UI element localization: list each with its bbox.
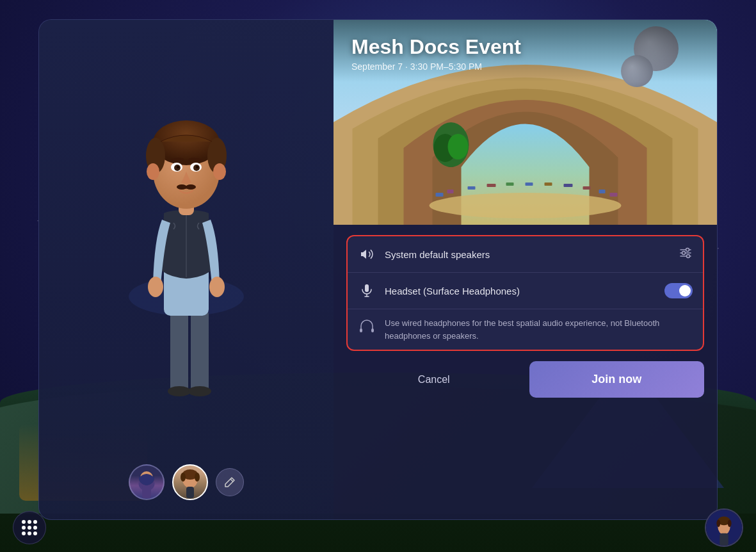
svg-point-52 — [687, 254, 690, 257]
avatar-panel — [39, 20, 334, 519]
svg-rect-34 — [468, 186, 476, 190]
svg-point-31 — [430, 193, 622, 218]
svg-point-18 — [196, 166, 198, 168]
speaker-icon — [358, 245, 376, 263]
dot — [22, 532, 26, 535]
avatar-toolbar — [129, 451, 244, 519]
svg-rect-40 — [583, 186, 591, 190]
svg-point-46 — [448, 134, 469, 159]
dots-grid-icon — [22, 520, 37, 535]
dot — [33, 526, 37, 530]
event-title-area: Mesh Docs Event September 7 · 3:30 PM–5:… — [334, 20, 717, 82]
svg-rect-1 — [170, 309, 188, 393]
svg-point-51 — [682, 251, 686, 254]
dot — [22, 520, 26, 524]
speaker-row: System default speakers — [348, 236, 703, 272]
svg-point-21 — [147, 163, 159, 180]
dots-menu-button[interactable] — [13, 511, 46, 544]
join-button[interactable]: Join now — [529, 361, 705, 398]
svg-point-6 — [148, 277, 163, 297]
svg-rect-57 — [371, 329, 374, 332]
svg-point-28 — [181, 473, 186, 482]
svg-point-50 — [686, 248, 689, 251]
svg-point-20 — [186, 184, 196, 190]
edit-avatar-button[interactable] — [216, 468, 244, 496]
spatial-audio-text: Use wired headphones for the best spatia… — [385, 317, 693, 342]
event-title: Mesh Docs Event — [351, 35, 699, 59]
audio-settings-card: System default speakers — [346, 235, 704, 351]
svg-point-7 — [209, 277, 225, 297]
audio-settings-button[interactable] — [679, 246, 693, 263]
action-buttons: Cancel Join now — [346, 359, 704, 403]
svg-rect-33 — [447, 190, 454, 193]
svg-point-22 — [213, 163, 226, 180]
user-avatar-bottom-right[interactable] — [705, 508, 743, 547]
svg-rect-53 — [365, 284, 369, 292]
svg-rect-37 — [526, 183, 533, 186]
dot — [22, 526, 26, 530]
right-panel: Mesh Docs Event September 7 · 3:30 PM–5:… — [334, 20, 717, 519]
headset-row: Headset (Surface Headphones) — [348, 272, 703, 309]
dot — [28, 526, 31, 530]
headset-label: Headset (Surface Headphones) — [385, 286, 655, 296]
cancel-button[interactable]: Cancel — [346, 361, 522, 398]
svg-rect-25 — [142, 485, 151, 498]
microphone-icon — [358, 282, 376, 300]
dot — [33, 532, 37, 535]
svg-rect-39 — [564, 184, 573, 187]
avatar-option-1[interactable] — [129, 464, 165, 500]
svg-rect-36 — [506, 183, 514, 186]
spatial-audio-icon — [358, 317, 376, 335]
svg-rect-41 — [599, 190, 606, 193]
avatar-display-area — [97, 20, 276, 451]
svg-rect-30 — [186, 487, 194, 498]
svg-point-17 — [177, 166, 179, 168]
avatar-option-2[interactable] — [172, 464, 208, 500]
event-image: Mesh Docs Event September 7 · 3:30 PM–5:… — [334, 20, 717, 225]
svg-point-3 — [168, 386, 191, 396]
svg-point-61 — [716, 519, 720, 527]
spatial-audio-row: Use wired headphones for the best spatia… — [348, 309, 703, 350]
svg-rect-63 — [720, 533, 728, 546]
avatar-3d — [97, 72, 276, 412]
event-date: September 7 · 3:30 PM–5:30 PM — [351, 61, 699, 72]
speaker-label: System default speakers — [385, 249, 670, 260]
dot — [28, 532, 31, 535]
svg-point-29 — [195, 473, 200, 482]
svg-rect-2 — [191, 309, 209, 393]
headset-toggle[interactable] — [664, 283, 693, 298]
svg-rect-42 — [610, 193, 618, 197]
svg-point-62 — [728, 519, 732, 527]
svg-rect-32 — [436, 193, 444, 197]
svg-rect-56 — [360, 329, 362, 332]
main-dialog: Mesh Docs Event September 7 · 3:30 PM–5:… — [38, 19, 718, 520]
svg-point-19 — [177, 184, 187, 190]
svg-rect-35 — [487, 184, 496, 187]
controls-panel: System default speakers — [334, 225, 717, 519]
svg-point-4 — [188, 386, 211, 396]
dot — [28, 520, 31, 524]
svg-rect-38 — [545, 183, 552, 186]
dot — [33, 520, 37, 524]
